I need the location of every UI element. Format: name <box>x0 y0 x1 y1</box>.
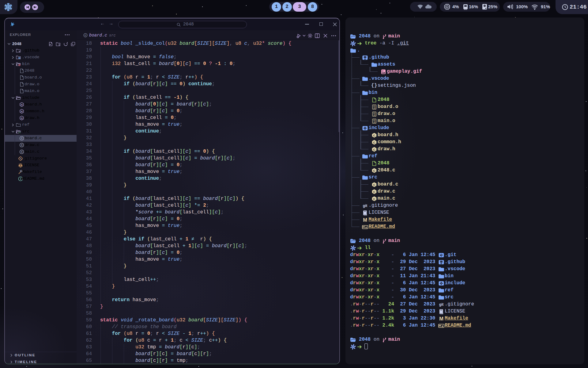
svg-text:H: H <box>21 117 23 120</box>
svg-text:H: H <box>21 103 23 106</box>
svg-text:C: C <box>373 183 375 186</box>
svg-text:git: git <box>439 302 444 307</box>
svg-text:C: C <box>85 34 86 37</box>
svg-text:10: 10 <box>373 114 375 116</box>
svg-text:git: git <box>363 204 368 208</box>
svg-text:C: C <box>373 197 375 200</box>
svg-text:C: C <box>373 133 375 137</box>
svg-text:C: C <box>373 169 375 172</box>
svg-text:10: 10 <box>373 121 375 123</box>
svg-text:C: C <box>21 150 23 153</box>
svg-text:H: H <box>21 110 23 113</box>
svg-text:10: 10 <box>373 107 375 109</box>
svg-text:C: C <box>21 137 23 140</box>
svg-text:C: C <box>373 148 375 151</box>
svg-text:C: C <box>373 190 375 193</box>
svg-text:M: M <box>439 316 443 321</box>
svg-text:C: C <box>373 140 375 144</box>
svg-text:C: C <box>21 144 23 147</box>
svg-text:M: M <box>363 217 368 223</box>
